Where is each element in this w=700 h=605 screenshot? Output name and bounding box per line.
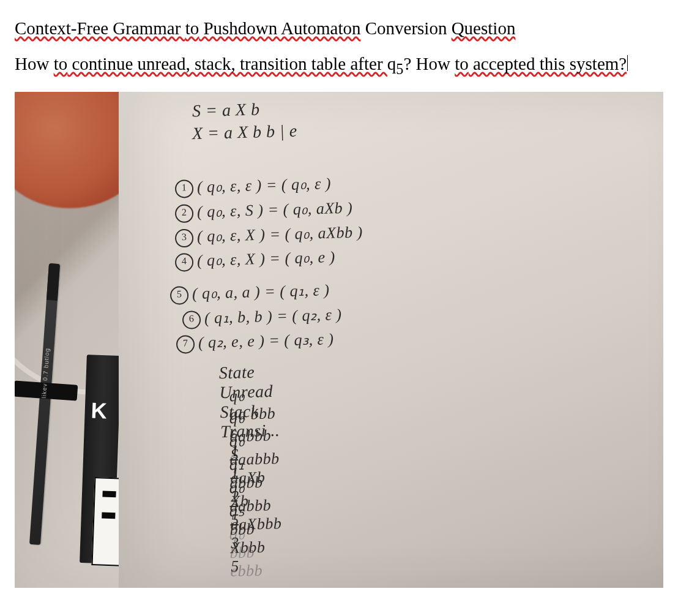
notebook-paper: S = a X b X = a X b b | e 1( q₀, ε, ε ) …: [119, 92, 663, 588]
title-phrase-1: Context-Free Grammar: [15, 18, 185, 38]
subtitle-4: accepted this system?: [469, 54, 627, 73]
title-word-conversion: Conversion: [360, 18, 451, 38]
subtitle-3: ? How: [403, 54, 455, 73]
book-letter: K: [91, 397, 107, 424]
title-word-question: Question: [452, 18, 516, 38]
cell-state: q₀: [229, 524, 291, 544]
cell-stack: ebbb: [230, 560, 310, 581]
subtitle-2: continue unread, stack, transition table…: [67, 54, 387, 73]
page-subtitle: How to continue unread, stack, transitio…: [15, 53, 685, 78]
subtitle-1: How: [15, 54, 54, 73]
subtitle-q: q: [387, 54, 397, 73]
table-row: q₀ bbb ebbb: [203, 505, 318, 588]
subtitle-to-2: to: [455, 54, 469, 73]
title-phrase-2: Pushdown Automaton: [199, 18, 360, 38]
embedded-photo: likev 0.7 butlog K • • • • • • • • • S =…: [15, 92, 663, 588]
grammar-rule-x: X = a X b b | e: [192, 121, 298, 143]
grammar-rule-s: S = a X b: [192, 99, 260, 121]
title-word-to: to: [185, 18, 199, 38]
page-title: Context-Free Grammar to Pushdown Automat…: [15, 17, 685, 40]
cell-unread: bbb: [229, 542, 316, 563]
subtitle-to-1: to: [54, 54, 68, 73]
subtitle-q-sub: 5: [396, 60, 403, 77]
